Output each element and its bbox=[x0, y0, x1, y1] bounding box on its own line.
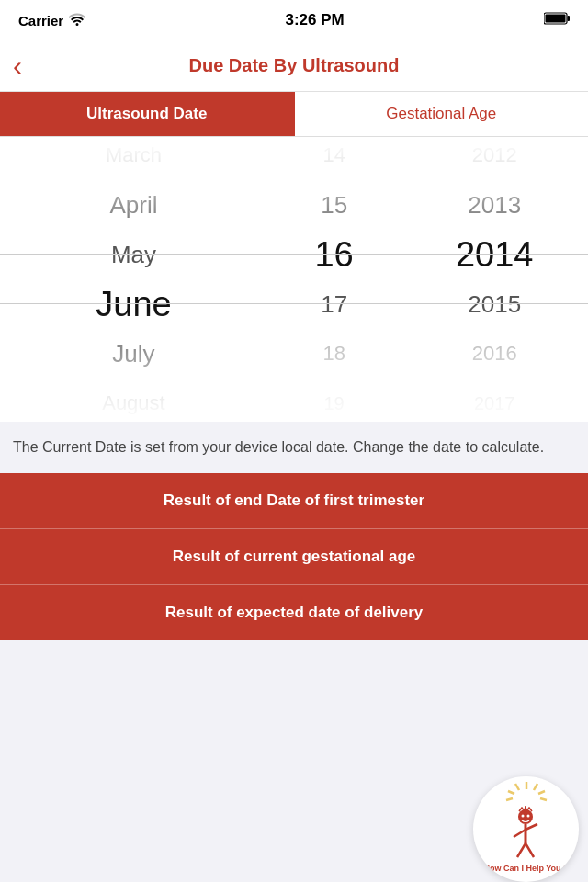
picker-selected-year: 2014 bbox=[401, 230, 588, 279]
mascot-label: How Can I Help You ? bbox=[483, 864, 568, 874]
tab-ultrasound-date[interactable]: Ultrasound Date bbox=[0, 92, 294, 136]
picker-item: 19 bbox=[267, 379, 401, 422]
svg-rect-1 bbox=[567, 16, 570, 21]
picker-item: 2013 bbox=[401, 180, 588, 230]
wifi-icon bbox=[69, 13, 85, 28]
picker-selected-month: June bbox=[0, 279, 267, 329]
battery-icon bbox=[544, 11, 570, 29]
results-section: Result of end Date of first trimester Re… bbox=[0, 473, 588, 640]
picker-columns: February March April May June July Augus… bbox=[0, 137, 588, 422]
svg-line-17 bbox=[526, 843, 534, 857]
picker-item: August bbox=[0, 379, 267, 422]
month-column[interactable]: February March April May June July Augus… bbox=[0, 137, 267, 422]
svg-line-5 bbox=[538, 791, 545, 794]
svg-line-7 bbox=[508, 791, 514, 794]
day-column[interactable]: 13 14 15 16 17 18 19 bbox=[267, 137, 401, 422]
svg-line-6 bbox=[515, 784, 519, 790]
result-gestational-age-button[interactable]: Result of current gestational age bbox=[0, 529, 588, 585]
picker-item: 2017 bbox=[401, 379, 588, 422]
svg-rect-2 bbox=[545, 15, 565, 23]
picker-item: July bbox=[0, 329, 267, 379]
status-bar: Carrier 3:26 PM bbox=[0, 0, 588, 40]
info-text: The Current Date is set from your device… bbox=[0, 422, 588, 473]
svg-line-4 bbox=[534, 784, 537, 790]
date-picker[interactable]: February March April May June July Augus… bbox=[0, 137, 588, 422]
picker-item: 15 bbox=[267, 180, 401, 230]
picker-item: 2016 bbox=[401, 329, 588, 379]
mascot-figure-icon bbox=[501, 802, 551, 862]
picker-selected-day: 16 bbox=[267, 230, 401, 279]
picker-item: 14 bbox=[267, 137, 401, 180]
year-column[interactable]: 2011 2012 2013 2014 2015 2016 2017 bbox=[401, 137, 588, 422]
svg-point-12 bbox=[527, 814, 530, 817]
picker-item: 17 bbox=[267, 279, 401, 329]
footer-area: How Can I Help You ? bbox=[0, 763, 588, 882]
picker-item: April bbox=[0, 180, 267, 230]
picker-item: 18 bbox=[267, 329, 401, 379]
svg-line-8 bbox=[540, 798, 547, 800]
svg-line-16 bbox=[517, 843, 526, 857]
svg-line-14 bbox=[514, 830, 526, 837]
mascot-bubble[interactable]: How Can I Help You ? bbox=[473, 776, 579, 882]
nav-bar: ‹ Due Date By Ultrasound bbox=[0, 40, 588, 92]
page-title: Due Date By Ultrasound bbox=[189, 55, 400, 76]
picker-item: March bbox=[0, 137, 267, 180]
picker-item: May bbox=[0, 230, 267, 279]
sun-rays-icon bbox=[490, 780, 563, 808]
svg-line-15 bbox=[526, 824, 537, 830]
tab-gestational-age[interactable]: Gestational Age bbox=[295, 92, 589, 136]
result-delivery-date-button[interactable]: Result of expected date of delivery bbox=[0, 585, 588, 640]
result-trimester-button[interactable]: Result of end Date of first trimester bbox=[0, 473, 588, 529]
svg-line-9 bbox=[506, 798, 513, 800]
picker-item: 2015 bbox=[401, 279, 588, 329]
carrier-label: Carrier bbox=[18, 13, 63, 28]
segmented-control: Ultrasound Date Gestational Age bbox=[0, 92, 588, 137]
time-label: 3:26 PM bbox=[285, 11, 344, 29]
carrier-info: Carrier bbox=[18, 13, 85, 28]
back-button[interactable]: ‹ bbox=[13, 52, 22, 80]
svg-point-11 bbox=[522, 814, 525, 817]
picker-item: 2012 bbox=[401, 137, 588, 180]
